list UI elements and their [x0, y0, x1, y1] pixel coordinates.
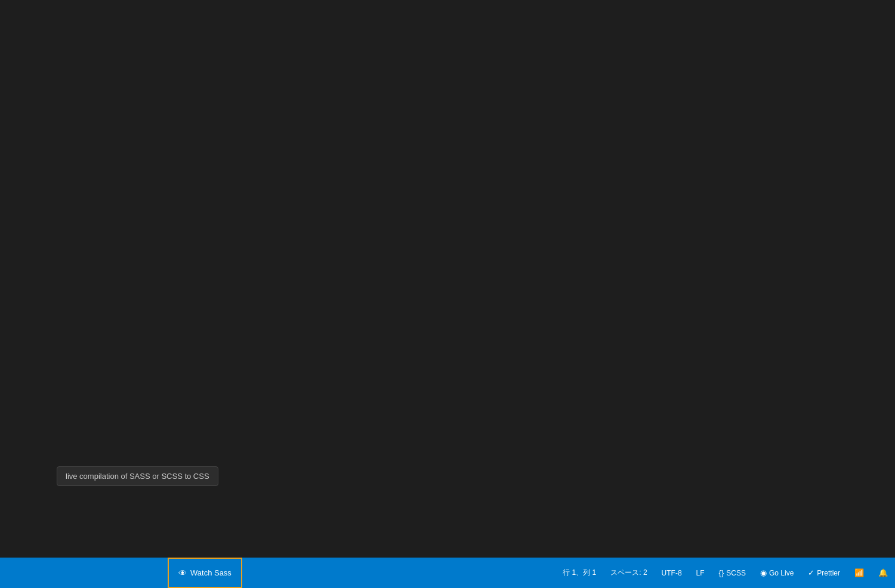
tooltip-text: live compilation of SASS or SCSS to CSS	[66, 472, 209, 481]
go-live-item[interactable]: ◉ Go Live	[753, 558, 801, 588]
status-left: 👁 Watch Sass	[0, 558, 242, 588]
cursor-position-item[interactable]: 行 1、列 1	[555, 558, 603, 588]
remote-item[interactable]: 📶	[847, 558, 871, 588]
prettier-label: Prettier	[817, 569, 840, 577]
language-label: SCSS	[726, 569, 746, 577]
remote-icon: 📶	[854, 568, 864, 577]
watch-sass-label: Watch Sass	[190, 568, 232, 577]
go-live-label: Go Live	[769, 569, 794, 577]
status-bar: 👁 Watch Sass 行 1、列 1 スペース: 2 UTF-8 LF {}…	[0, 558, 895, 588]
language-icon: {}	[719, 568, 724, 577]
prettier-item[interactable]: ✓ Prettier	[801, 558, 847, 588]
line-ending-label: LF	[696, 569, 705, 577]
spaces-item[interactable]: スペース: 2	[603, 558, 654, 588]
language-item[interactable]: {} SCSS	[712, 558, 753, 588]
spaces-label: スペース: 2	[610, 568, 647, 578]
encoding-label: UTF-8	[662, 569, 682, 577]
status-right: 行 1、列 1 スペース: 2 UTF-8 LF {} SCSS ◉ Go Li…	[555, 558, 895, 588]
eye-icon: 👁	[178, 568, 187, 578]
encoding-item[interactable]: UTF-8	[655, 558, 689, 588]
notifications-item[interactable]: 🔔	[871, 558, 895, 588]
prettier-icon: ✓	[808, 568, 814, 577]
go-live-icon: ◉	[760, 568, 767, 577]
editor-area: live compilation of SASS or SCSS to CSS	[0, 0, 895, 558]
cursor-position-label: 行 1、列 1	[563, 568, 596, 578]
watch-sass-tooltip: live compilation of SASS or SCSS to CSS	[57, 466, 218, 486]
watch-sass-button[interactable]: 👁 Watch Sass	[168, 558, 242, 588]
bell-icon: 🔔	[878, 568, 888, 577]
line-ending-item[interactable]: LF	[689, 558, 712, 588]
